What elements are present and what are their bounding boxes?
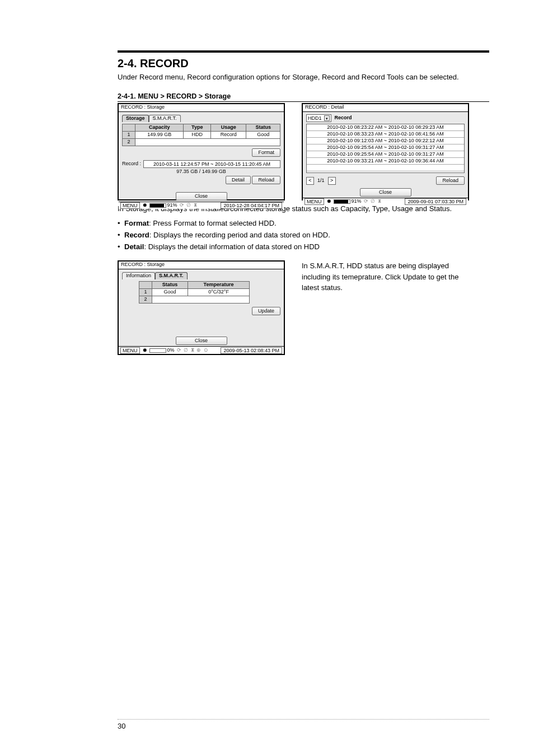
cell-capacity: 149.99 GB	[135, 131, 184, 138]
detail-button[interactable]: Detail	[226, 176, 251, 184]
tab-information[interactable]: Information	[122, 272, 155, 279]
update-button[interactable]: Update	[252, 307, 280, 315]
intro-text: Under Record menu, Record configuration …	[118, 72, 489, 82]
close-button[interactable]: Close	[176, 337, 227, 345]
tabs: Storage S.M.A.R.T.	[122, 114, 280, 122]
menu-button[interactable]: MENU	[120, 347, 140, 354]
menu-button[interactable]: MENU	[305, 198, 324, 205]
cell-rownum: 1	[139, 289, 152, 296]
sub-heading: 2-4-1. MENU > RECORD > Storage	[118, 92, 489, 102]
storage-table: Capacity Type Usage Status 1 149.99 GB H…	[122, 124, 280, 146]
cell-usage: Record	[211, 131, 246, 138]
table-row[interactable]: 2	[123, 138, 280, 146]
page-number: 30	[118, 719, 489, 730]
smart-table: Status Temperature 1 Good 0°C/32°F 2	[139, 281, 250, 304]
col-rownum	[123, 124, 135, 132]
col-type: Type	[184, 124, 211, 132]
list-item: Format: Press Format to format selected …	[118, 218, 489, 230]
col-capacity: Capacity	[135, 124, 184, 132]
dialog-storage: RECORD : Storage Storage S.M.A.R.T. Capa…	[118, 103, 285, 200]
record-column-label: Record	[335, 115, 352, 121]
pager-next-button[interactable]: >	[328, 177, 336, 185]
tabs: Information S.M.A.R.T.	[122, 272, 280, 279]
dialog-title: RECORD : Storage	[119, 262, 284, 269]
tab-storage[interactable]: Storage	[122, 115, 149, 122]
format-button[interactable]: Format	[252, 148, 280, 157]
col-rownum	[139, 282, 152, 289]
record-icon: ⏺	[142, 348, 147, 353]
cell-status: Good	[152, 289, 188, 296]
table-row[interactable]: 1 149.99 GB HDD Record Good	[123, 131, 280, 138]
status-icons: ⟳ ∅ ⧗ ⊕ ⊙	[177, 348, 209, 353]
list-item	[307, 165, 464, 171]
record-detail-list: 2010-02-10 08:23:22 AM ~ 2010-02-10 08:2…	[306, 124, 465, 173]
bullets: Format: Press Format to format selected …	[118, 218, 489, 253]
record-icon: ⏺	[142, 203, 147, 208]
status-icons: ⟳ ∅ ⧗	[180, 203, 198, 208]
status-pct: 0%	[149, 348, 175, 353]
section-title: 2-4. RECORD	[118, 57, 489, 70]
cell-temperature: 0°C/32°F	[188, 289, 249, 296]
cell-type: HDD	[184, 131, 211, 138]
status-time: 2009-09-01 07:03:30 PM	[405, 198, 466, 205]
list-item[interactable]: 2010-02-10 09:25:54 AM ~ 2010-02-10 09:3…	[307, 151, 464, 158]
cell-rownum: 2	[123, 138, 135, 146]
hdd-select[interactable]: HDD1 ▾	[306, 114, 331, 122]
reload-button[interactable]: Reload	[252, 176, 280, 184]
list-item[interactable]: 2010-02-10 08:23:22 AM ~ 2010-02-10 08:2…	[307, 124, 464, 131]
list-item: Record: Displays the recording period an…	[118, 230, 489, 241]
table-row[interactable]: 2	[139, 296, 250, 304]
status-bar: MENU ⏺ 91% ⟳ ∅ ⧗ 2010-12-28 04:04:17 PM	[119, 202, 284, 209]
status-pct: 91%	[149, 203, 177, 208]
chevron-down-icon: ▾	[324, 115, 330, 121]
page-indicator: 1/1	[317, 178, 325, 184]
cell-status: Good	[246, 131, 280, 138]
pager-prev-button[interactable]: <	[306, 177, 314, 185]
dialog-detail: RECORD : Detail HDD1 ▾ Record 2010-02-10…	[302, 103, 469, 200]
record-label: Record :	[122, 161, 141, 167]
cell-rownum: 2	[139, 296, 152, 304]
dialog-title: RECORD : Storage	[119, 104, 284, 112]
menu-button[interactable]: MENU	[120, 202, 140, 209]
status-time: 2010-12-28 04:04:17 PM	[221, 202, 282, 209]
col-status: Status	[152, 282, 188, 289]
dialog-title: RECORD : Detail	[303, 104, 468, 112]
list-item[interactable]: 2010-02-10 09:12:03 AM ~ 2010-02-10 09:2…	[307, 138, 464, 144]
close-button[interactable]: Close	[176, 192, 227, 200]
list-item[interactable]: 2010-02-10 09:33:21 AM ~ 2010-02-10 09:3…	[307, 158, 464, 165]
list-item[interactable]: 2010-02-10 09:25:54 AM ~ 2010-02-10 09:3…	[307, 144, 464, 151]
list-item[interactable]: 2010-02-10 08:33:23 AM ~ 2010-02-10 08:4…	[307, 131, 464, 138]
col-temperature: Temperature	[188, 282, 249, 289]
tab-smart[interactable]: S.M.A.R.T.	[149, 115, 181, 122]
status-pct: 91%	[334, 199, 362, 204]
smart-description: In S.M.A.R.T, HDD status are being displ…	[302, 260, 464, 293]
status-icons: ⟳ ∅ ⧗	[364, 199, 382, 204]
cell-empty	[135, 138, 280, 146]
col-status: Status	[246, 124, 280, 132]
table-row[interactable]: 1 Good 0°C/32°F	[139, 289, 250, 296]
col-usage: Usage	[211, 124, 246, 132]
list-item: Detail: Displays the detail information …	[118, 241, 489, 253]
dialog-smart: RECORD : Storage Information S.M.A.R.T. …	[118, 260, 285, 355]
tab-smart[interactable]: S.M.A.R.T.	[155, 272, 188, 279]
reload-button[interactable]: Reload	[436, 176, 465, 185]
record-size: 97.35 GB / 149.99 GB	[122, 169, 280, 175]
close-button[interactable]: Close	[360, 188, 411, 197]
status-bar: MENU ⏺ 0% ⟳ ∅ ⧗ ⊕ ⊙ 2009-05-13 02:08:43 …	[119, 346, 284, 354]
status-time: 2009-05-13 02:08:43 PM	[221, 347, 282, 354]
cell-empty	[152, 296, 250, 304]
cell-rownum: 1	[123, 131, 135, 138]
record-icon: ⏺	[326, 199, 331, 204]
status-bar: MENU ⏺ 91% ⟳ ∅ ⧗ 2009-09-01 07:03:30 PM	[303, 198, 468, 205]
record-period-box: 2010-03-11 12:24:57 PM ~ 2010-03-15 11:2…	[143, 160, 280, 168]
